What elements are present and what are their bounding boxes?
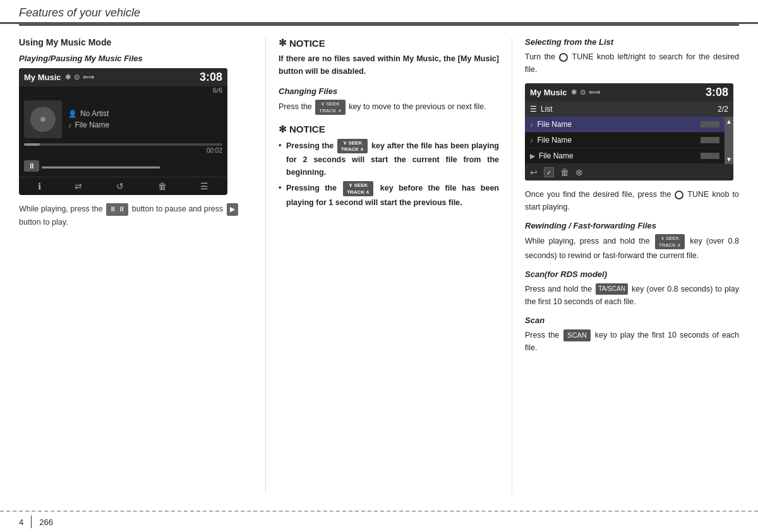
notice-box-1: ✻ NOTICE If there are no files saved wit… xyxy=(279,37,499,78)
notice-title-1: ✻ NOTICE xyxy=(279,37,499,49)
footer-page-num: 4 266 xyxy=(19,516,53,528)
list-counter: 2/2 xyxy=(718,105,728,114)
list-app-name: My Music ✱ ⊙ ⇐⇒ xyxy=(530,88,600,97)
seek-track-btn-1: ∨ SEEKTRACK ∧ xyxy=(315,100,345,115)
list-arrow-icon: ⇐⇒ xyxy=(589,88,600,97)
player-main: 👤 No Artist ♪ File Name xyxy=(19,95,227,143)
file-icon-2: ♪ xyxy=(530,136,534,144)
notice-title-2: ✻ NOTICE xyxy=(279,124,499,135)
album-art-inner xyxy=(30,107,56,132)
artist-icon: 👤 xyxy=(68,110,77,118)
bullet-item-1: Pressing the ∨ SEEKTRACK ∧ key after the… xyxy=(279,139,499,179)
info-icon[interactable]: ℹ xyxy=(38,181,41,191)
player-screen: My Music ✱ ⊙ ⇐⇒ 3:08 6/6 xyxy=(19,68,227,195)
album-art-dot xyxy=(40,117,45,122)
list-item-2[interactable]: ♪ File Name xyxy=(525,133,725,148)
list-settings-icon: ⊙ xyxy=(580,88,586,97)
page-title: Features of your vehicle xyxy=(19,6,140,19)
notice-star-1: ✻ xyxy=(279,37,287,49)
list-item-3[interactable]: ▶ File Name xyxy=(525,148,725,164)
scan-rds-title: Scan(for RDS model) xyxy=(525,269,739,279)
scan-text: Press the SCAN key to play the first 10 … xyxy=(525,329,739,355)
selecting-title: Selecting from the List xyxy=(525,37,739,47)
middle-column: ✻ NOTICE If there are no files saved wit… xyxy=(265,37,512,494)
list-header-icon: ☰ xyxy=(530,105,537,114)
list-trash-icon[interactable]: ⊗ xyxy=(575,167,583,177)
selecting-section: Selecting from the List Turn the TUNE kn… xyxy=(525,37,739,76)
subsection-title: Playing/Pausing My Music Files xyxy=(19,54,253,63)
footer-chapter: 4 xyxy=(19,517,23,527)
tune-knob-icon-1 xyxy=(559,53,568,62)
player-bottom-icons: ℹ ⇄ ↺ 🗑 ☰ xyxy=(19,177,227,195)
scan-title: Scan xyxy=(525,316,739,325)
scan-section: Scan Press the SCAN key to play the firs… xyxy=(525,316,739,355)
pause-button[interactable]: ⏸ xyxy=(24,160,39,172)
list-icon[interactable]: ☰ xyxy=(200,181,208,191)
settings-icon: ⊙ xyxy=(74,73,80,81)
repeat-icon[interactable]: ↺ xyxy=(116,181,124,191)
rewinding-section: Rewinding / Fast-forwarding Files While … xyxy=(525,221,739,262)
list-item-1-bar xyxy=(701,121,719,127)
right-column: Selecting from the List Turn the TUNE kn… xyxy=(512,37,739,494)
notice-box-2: ✻ NOTICE Pressing the ∨ SEEKTRACK ∧ key … xyxy=(279,124,499,209)
seek-track-btn-3: ∨ SEEKTRACK ∧ xyxy=(343,181,373,196)
player-app-name: My Music ✱ ⊙ ⇐⇒ xyxy=(24,73,94,82)
player-topbar: My Music ✱ ⊙ ⇐⇒ 3:08 xyxy=(19,68,227,86)
selecting-text: Turn the TUNE knob left/right to search … xyxy=(525,50,739,76)
rewinding-text: While playing, press and hold the ∨ SEEK… xyxy=(525,234,739,262)
notice-star-2: ✻ xyxy=(279,124,287,135)
list-item-3-bar xyxy=(701,153,719,159)
list-check-btn[interactable]: ✓ xyxy=(544,167,554,177)
changing-files-title: Changing Files xyxy=(279,86,499,96)
play-inline-btn: ▶ xyxy=(227,203,238,216)
list-scrollbar[interactable]: ▲ ▼ xyxy=(725,117,733,164)
scan-rds-section: Scan(for RDS model) Press and hold the T… xyxy=(525,269,739,308)
tune-knob-icon-2 xyxy=(675,191,683,199)
scroll-up-arrow: ▲ xyxy=(726,118,732,125)
rewinding-title: Rewinding / Fast-forwarding Files xyxy=(525,221,739,230)
page-header: Features of your vehicle xyxy=(0,0,758,24)
bluetooth-icon: ✱ xyxy=(65,73,71,81)
album-art xyxy=(24,100,62,138)
player-time: 3:08 xyxy=(200,71,222,84)
list-item-1[interactable]: ♪ File Name xyxy=(525,117,725,133)
playing-text: While playing, press the ⏸ ⏸ button to p… xyxy=(19,203,253,228)
content-area: Using My Music Mode Playing/Pausing My M… xyxy=(0,26,758,500)
list-header-label: ☰ List xyxy=(530,105,553,114)
progress-bar-fill xyxy=(24,143,40,146)
list-rows: ♪ File Name ♪ File Name xyxy=(525,117,725,164)
changing-files-text: Press the ∨ SEEKTRACK ∧ key to move to t… xyxy=(279,100,499,115)
file-icon-1: ♪ xyxy=(530,121,534,128)
scan-rds-text: Press and hold the TA/SCAN key (over 0.8… xyxy=(525,283,739,308)
notice-bullet-list: Pressing the ∨ SEEKTRACK ∧ key after the… xyxy=(279,139,499,209)
track-name: ♪ File Name xyxy=(68,121,222,129)
list-time: 3:08 xyxy=(706,86,728,99)
list-item-1-left: ♪ File Name xyxy=(530,120,572,129)
delete-icon[interactable]: 🗑 xyxy=(158,181,167,191)
list-delete-icon[interactable]: 🗑 xyxy=(560,167,569,177)
track-artist: 👤 No Artist xyxy=(68,109,222,118)
arrow-icon: ⇐⇒ xyxy=(83,73,94,81)
seek-track-btn-rewind: ∨ SEEKTRACK ∧ xyxy=(655,234,685,249)
file-icon-3: ▶ xyxy=(530,152,535,160)
scan-btn: SCAN xyxy=(563,329,591,342)
changing-files-section: Changing Files Press the ∨ SEEKTRACK ∧ k… xyxy=(279,86,499,115)
player-counter: 6/6 xyxy=(19,86,227,95)
section-title: Using My Music Mode xyxy=(19,37,253,47)
once-text: Once you find the desired file, press th… xyxy=(525,188,739,213)
list-back-icon[interactable]: ↩ xyxy=(530,167,538,177)
shuffle-icon[interactable]: ⇄ xyxy=(75,181,82,191)
page-footer: 4 266 xyxy=(0,511,758,532)
notice-text-1: If there are no files saved within My Mu… xyxy=(279,52,499,78)
list-screen: My Music ✱ ⊙ ⇐⇒ 3:08 ☰ List 2/2 xyxy=(525,83,733,180)
list-bottom-bar: ↩ ✓ 🗑 ⊗ xyxy=(525,164,733,180)
list-item-2-bar xyxy=(701,137,719,143)
track-info: 👤 No Artist ♪ File Name xyxy=(68,109,222,129)
progress-area: 00:02 xyxy=(19,143,227,158)
ta-scan-btn: TA/SCAN xyxy=(596,283,628,295)
list-header-row: ☰ List 2/2 xyxy=(525,102,733,117)
scroll-down-arrow: ▼ xyxy=(726,156,732,163)
list-bt-icon: ✱ xyxy=(571,88,577,97)
progress-time: 00:02 xyxy=(24,147,222,154)
list-item-2-left: ♪ File Name xyxy=(530,136,572,145)
